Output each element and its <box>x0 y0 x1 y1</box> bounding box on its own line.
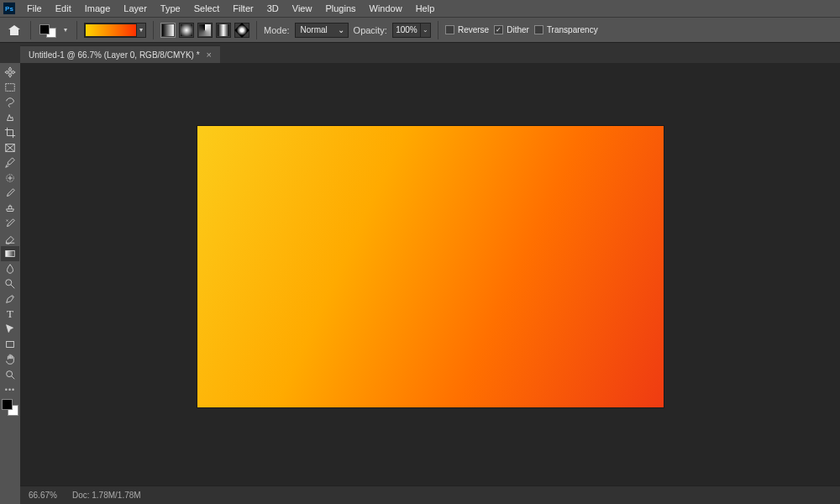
menu-plugins[interactable]: Plugins <box>318 1 362 16</box>
menu-image[interactable]: Image <box>78 1 118 16</box>
document-tab-title: Untitled-1 @ 66.7% (Layer 0, RGB/8/CMYK)… <box>29 50 200 60</box>
menu-bar: Ps File Edit Image Layer Type Select Fil… <box>0 0 840 17</box>
divider <box>153 21 154 39</box>
document-tab-bar: Untitled-1 @ 66.7% (Layer 0, RGB/8/CMYK)… <box>0 43 840 63</box>
close-icon[interactable]: × <box>207 50 212 60</box>
menu-select[interactable]: Select <box>187 1 227 16</box>
move-tool[interactable] <box>1 65 19 80</box>
reverse-checkbox[interactable]: Reverse <box>445 25 489 34</box>
lasso-tool[interactable] <box>1 95 19 110</box>
more-tools[interactable]: ••• <box>1 382 19 397</box>
document-tab[interactable]: Untitled-1 @ 66.7% (Layer 0, RGB/8/CMYK)… <box>20 45 220 63</box>
workspace[interactable] <box>20 63 840 486</box>
chevron-down-icon[interactable]: ▾ <box>61 26 70 34</box>
options-bar: ▾ ▾ Mode: Normal ⌄ Opacity: 100% ⌄ Rever… <box>0 17 840 43</box>
marquee-tool[interactable] <box>1 80 19 95</box>
checkbox-icon: ✓ <box>494 25 503 34</box>
checkbox-icon <box>534 25 543 34</box>
eraser-tool[interactable] <box>1 231 19 246</box>
status-bar: 66.67% Doc: 1.78M/1.78M <box>20 486 840 504</box>
transparency-label: Transparency <box>547 25 598 34</box>
canvas[interactable] <box>197 126 664 407</box>
quick-select-tool[interactable] <box>1 110 19 125</box>
hand-tool[interactable] <box>1 352 19 367</box>
gradient-type-group <box>160 23 249 38</box>
frame-tool[interactable] <box>1 140 19 155</box>
zoom-tool[interactable] <box>1 367 19 382</box>
app-logo: Ps <box>3 3 15 14</box>
rectangle-tool[interactable] <box>1 337 19 352</box>
dither-checkbox[interactable]: ✓ Dither <box>494 25 529 34</box>
gradient-tool[interactable] <box>1 246 19 261</box>
clone-stamp-tool[interactable] <box>1 201 19 216</box>
opacity-value: 100% <box>392 23 421 38</box>
svg-rect-0 <box>6 84 15 92</box>
dodge-tool[interactable] <box>1 276 19 291</box>
menu-window[interactable]: Window <box>363 1 409 16</box>
chevron-down-icon: ▾ <box>137 26 145 34</box>
diamond-gradient-icon <box>234 23 249 38</box>
gradient-picker[interactable]: ▾ <box>84 23 146 38</box>
svg-point-4 <box>6 280 12 286</box>
linear-gradient-button[interactable] <box>160 23 176 38</box>
type-tool[interactable]: T <box>1 307 19 322</box>
angle-gradient-button[interactable] <box>197 23 213 38</box>
reverse-label: Reverse <box>458 25 489 34</box>
svg-point-6 <box>7 371 13 377</box>
healing-brush-tool[interactable] <box>1 171 19 186</box>
chevron-down-icon: ⌄ <box>338 25 344 34</box>
eyedropper-tool[interactable] <box>1 155 19 171</box>
menu-edit[interactable]: Edit <box>49 1 78 16</box>
svg-rect-3 <box>6 251 15 257</box>
tool-preset-picker[interactable] <box>38 23 56 38</box>
history-brush-tool[interactable] <box>1 216 19 231</box>
angle-gradient-icon <box>199 24 211 36</box>
mode-label: Mode: <box>264 25 290 35</box>
menu-file[interactable]: File <box>20 1 49 16</box>
menu-view[interactable]: View <box>286 1 319 16</box>
menu-filter[interactable]: Filter <box>226 1 260 16</box>
menu-type[interactable]: Type <box>154 1 187 16</box>
dither-label: Dither <box>507 25 529 34</box>
home-icon <box>8 25 20 35</box>
reflected-gradient-icon <box>218 24 229 36</box>
menu-help[interactable]: Help <box>409 1 442 16</box>
document-info[interactable]: Doc: 1.78M/1.78M <box>72 491 141 500</box>
transparency-checkbox[interactable]: Transparency <box>534 25 598 34</box>
checkbox-icon <box>445 25 454 34</box>
linear-gradient-icon <box>162 24 174 36</box>
menu-layer[interactable]: Layer <box>117 1 154 16</box>
svg-rect-5 <box>7 342 14 348</box>
crop-tool[interactable] <box>1 125 19 140</box>
radial-gradient-icon <box>181 24 192 36</box>
foreground-color[interactable] <box>2 399 13 410</box>
color-swatches[interactable] <box>2 399 18 416</box>
opacity-input[interactable]: 100% ⌄ <box>392 23 431 38</box>
divider <box>256 21 257 39</box>
brush-tool[interactable] <box>1 186 19 201</box>
tools-panel: T ••• <box>0 63 20 504</box>
opacity-label: Opacity: <box>354 25 387 35</box>
path-select-tool[interactable] <box>1 322 19 337</box>
home-button[interactable] <box>5 21 24 39</box>
reflected-gradient-button[interactable] <box>216 23 231 38</box>
gradient-preview <box>85 24 137 37</box>
chevron-down-icon: ⌄ <box>421 23 431 38</box>
divider <box>30 21 31 39</box>
menu-3d[interactable]: 3D <box>260 1 286 16</box>
divider <box>438 21 438 39</box>
zoom-level[interactable]: 66.67% <box>29 491 57 500</box>
pen-tool[interactable] <box>1 291 19 307</box>
blur-tool[interactable] <box>1 261 19 276</box>
divider <box>76 21 77 39</box>
diamond-gradient-button[interactable] <box>234 23 249 38</box>
mode-select[interactable]: Normal ⌄ <box>295 23 349 38</box>
radial-gradient-button[interactable] <box>179 23 194 38</box>
mode-value: Normal <box>301 25 328 34</box>
